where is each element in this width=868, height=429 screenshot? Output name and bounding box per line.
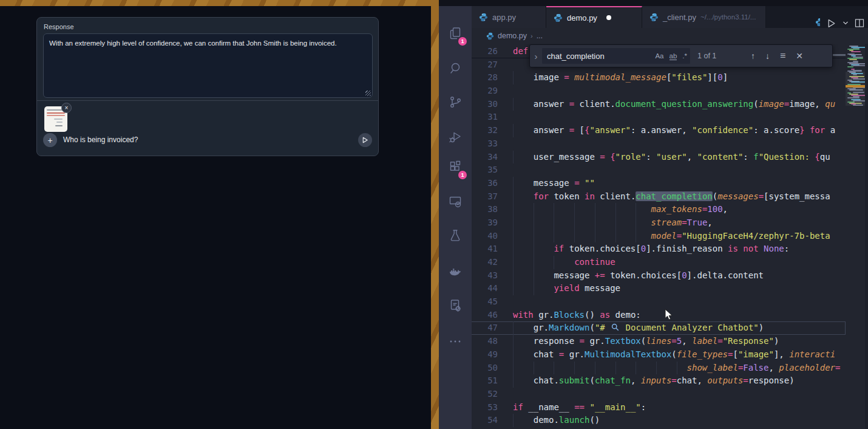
search-icon[interactable] <box>439 53 472 83</box>
account-icon[interactable] <box>439 420 472 429</box>
testing-icon[interactable] <box>439 221 472 250</box>
code-line[interactable]: 38 max_tokens=100, <box>472 203 846 216</box>
line-number[interactable]: 48 <box>472 335 498 348</box>
indent-guide <box>636 216 636 230</box>
source-control-icon[interactable] <box>439 88 472 117</box>
line-number[interactable]: 53 <box>472 401 498 414</box>
find-in-selection-icon[interactable]: ≡ <box>780 50 785 61</box>
code-line[interactable]: 49 chat = gr.MultimodalTextbox(file_type… <box>472 348 846 362</box>
code-line[interactable]: 31 <box>472 111 846 124</box>
cmake-tools-icon[interactable] <box>439 291 472 320</box>
line-number[interactable]: 49 <box>472 348 498 362</box>
line-number[interactable]: 54 <box>472 414 498 427</box>
line-number[interactable]: 45 <box>472 295 498 309</box>
split-editor-icon[interactable] <box>855 18 864 28</box>
match-case-icon[interactable]: Aa <box>655 52 663 60</box>
line-number[interactable]: 39 <box>472 216 498 230</box>
breadcrumb[interactable]: demo.py › ... <box>472 28 868 44</box>
code-line[interactable]: 40 model="HuggingFaceH4/zephyr-7b-beta <box>472 230 846 243</box>
line-number[interactable]: 50 <box>472 362 498 375</box>
line-number[interactable]: 35 <box>472 163 498 177</box>
tab-app-py[interactable]: app.py <box>472 6 546 28</box>
minimap[interactable] <box>846 44 868 429</box>
code-text: message += token.choices[0].delta.conten… <box>513 269 846 283</box>
explorer-icon[interactable]: 1 <box>439 19 472 48</box>
indent-guide <box>534 216 534 230</box>
previous-match-icon[interactable]: ↑ <box>751 51 755 61</box>
unsaved-dot-icon[interactable] <box>606 15 611 20</box>
line-number[interactable]: 44 <box>472 282 498 295</box>
line-number[interactable]: 27 <box>472 58 498 72</box>
code-line[interactable]: 30 answer = client.document_question_ans… <box>472 98 846 111</box>
code-text: continue <box>513 256 846 269</box>
line-number[interactable]: 43 <box>472 269 498 283</box>
code-line[interactable]: 41 if token.choices[0].finish_reason is … <box>472 242 846 256</box>
line-number[interactable]: 52 <box>472 388 498 401</box>
docker-icon[interactable] <box>439 257 472 286</box>
run-python-file-icon[interactable] <box>826 18 836 29</box>
textarea-resize-handle[interactable] <box>365 91 371 96</box>
add-file-button[interactable]: + <box>43 133 57 147</box>
run-dropdown-chevron-icon[interactable] <box>843 20 849 26</box>
line-number[interactable]: 40 <box>472 230 498 243</box>
code-line[interactable]: 48 response = gr.Textbox(lines=5, label=… <box>472 335 846 348</box>
line-number[interactable]: 47 <box>472 321 498 335</box>
editor-pane[interactable]: 26def2728 image = multimodal_message["fi… <box>472 44 868 429</box>
response-textarea[interactable]: With an extremely high level of confiden… <box>43 33 373 98</box>
line-number[interactable]: 42 <box>472 256 498 269</box>
line-number[interactable]: 36 <box>472 177 498 190</box>
line-number[interactable]: 38 <box>472 203 498 216</box>
line-number[interactable]: 29 <box>472 84 498 98</box>
code-line[interactable]: 43 message += token.choices[0].delta.con… <box>472 269 846 283</box>
code-line[interactable]: 32 answer = [{"answer": a.answer, "confi… <box>472 124 846 137</box>
indent-guide <box>574 362 575 375</box>
code-line[interactable]: 45 <box>472 295 846 309</box>
code-line[interactable]: 42 continue <box>472 256 846 269</box>
code-line[interactable]: 34 user_message = {"role": "user", "cont… <box>472 151 846 164</box>
close-find-icon[interactable]: ✕ <box>796 51 803 61</box>
code-line[interactable]: 44 yield message <box>472 282 846 295</box>
remove-attachment-button[interactable]: × <box>61 103 72 113</box>
line-number[interactable]: 46 <box>472 309 498 322</box>
line-number[interactable]: 28 <box>472 71 498 84</box>
code-line[interactable]: 54 demo.launch() <box>472 414 846 427</box>
line-number[interactable]: 37 <box>472 190 498 204</box>
more-actions-icon[interactable] <box>439 327 472 356</box>
extensions-icon[interactable]: 1 <box>439 153 472 182</box>
find-input[interactable]: chat_completion Aa ab .* <box>542 48 690 64</box>
line-number[interactable]: 51 <box>472 374 498 388</box>
indent-guide <box>513 374 514 388</box>
code-line[interactable]: 39 stream=True, <box>472 216 846 230</box>
code-line[interactable]: 37 for token in client.chat_completion(m… <box>472 190 846 204</box>
line-number[interactable]: 34 <box>472 151 498 164</box>
code-line[interactable]: 33 <box>472 137 846 151</box>
line-number[interactable]: 30 <box>472 98 498 111</box>
code-line[interactable]: 36 message = "" <box>472 177 846 190</box>
run-debug-icon[interactable] <box>439 122 472 151</box>
code-line[interactable]: 51 chat.submit(chat_fn, inputs=chat, out… <box>472 374 846 388</box>
code-line[interactable]: 29 <box>472 84 846 98</box>
send-button[interactable] <box>358 133 372 147</box>
whole-word-icon[interactable]: ab <box>670 52 677 60</box>
line-number[interactable]: 26 <box>472 45 498 58</box>
toggle-replace-chevron-icon[interactable]: › <box>530 51 542 61</box>
regex-icon[interactable]: .* <box>682 52 687 60</box>
chat-input-text[interactable]: Who is being invoiced? <box>63 136 138 144</box>
code-line[interactable]: 50 show_label=False, placeholder= <box>472 362 846 375</box>
code-line[interactable]: 28 image = multimodal_message["files"][0… <box>472 71 846 84</box>
line-number[interactable]: 31 <box>472 111 498 124</box>
send-icon <box>362 137 368 143</box>
line-number[interactable]: 41 <box>472 242 498 256</box>
next-match-icon[interactable]: ↓ <box>765 51 770 61</box>
code-line[interactable]: 35 <box>472 163 846 177</box>
line-number[interactable]: 32 <box>472 124 498 137</box>
line-number[interactable]: 33 <box>472 137 498 151</box>
code-line[interactable]: 46with gr.Blocks() as demo: <box>472 309 846 322</box>
code-line[interactable]: 52 <box>472 388 846 401</box>
extensions-badge: 1 <box>458 171 467 179</box>
tab-demo-py[interactable]: demo.py <box>546 6 642 28</box>
remote-explorer-icon[interactable] <box>439 187 472 216</box>
code-line[interactable]: 53if __name__ == "__main__": <box>472 401 846 414</box>
tab-client-py[interactable]: _client.py ~/.../python3.11/... <box>642 6 766 28</box>
code-line[interactable]: 47 gr.Markdown("# Document Analyzer Chat… <box>472 321 846 335</box>
